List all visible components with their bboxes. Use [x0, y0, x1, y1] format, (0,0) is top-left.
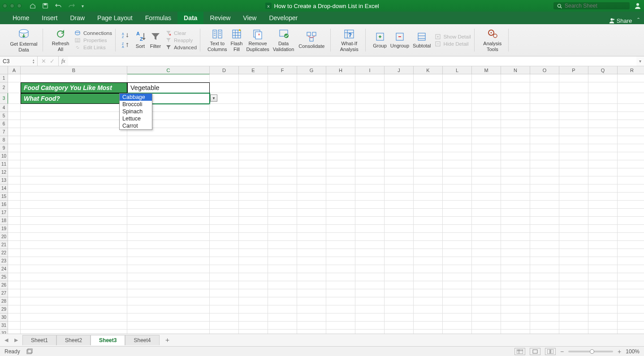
text-to-columns-button[interactable]: Text to Columns	[206, 28, 229, 52]
cell-L20[interactable]	[443, 233, 472, 241]
cell-D25[interactable]	[210, 273, 239, 281]
cell-O29[interactable]	[530, 305, 559, 313]
cell-K16[interactable]	[414, 201, 443, 209]
cell-D19[interactable]	[210, 225, 239, 233]
cell-Q13[interactable]	[588, 176, 618, 184]
cell-Q29[interactable]	[588, 305, 618, 313]
row-header-8[interactable]: 8	[0, 136, 8, 144]
cell-F7[interactable]	[268, 128, 297, 136]
cell-J1[interactable]	[385, 74, 414, 82]
cell-E14[interactable]	[239, 184, 268, 193]
cell-F23[interactable]	[268, 257, 297, 265]
cell-L24[interactable]	[443, 265, 472, 273]
cell-Q7[interactable]	[588, 128, 618, 136]
cell-M21[interactable]	[472, 241, 501, 249]
dropdown-option[interactable]: Cabbage	[120, 94, 152, 101]
cell-C9[interactable]	[127, 144, 210, 152]
home-icon[interactable]	[30, 3, 36, 9]
cell-E30[interactable]	[239, 313, 268, 322]
cell-L18[interactable]	[443, 217, 472, 225]
cell-L10[interactable]	[443, 152, 472, 160]
cell-F21[interactable]	[268, 241, 297, 249]
cell-R8[interactable]	[618, 136, 644, 144]
cell-N2[interactable]	[501, 82, 530, 93]
tab-draw[interactable]: Draw	[64, 12, 91, 24]
cell-M10[interactable]	[472, 152, 501, 160]
cell-P9[interactable]	[559, 144, 588, 152]
cell-F5[interactable]	[268, 112, 297, 120]
dropdown-option[interactable]: Broccoli	[120, 101, 152, 108]
cell-Q19[interactable]	[588, 225, 618, 233]
cell-I4[interactable]	[355, 104, 385, 112]
cell-N10[interactable]	[501, 152, 530, 160]
cell-B30[interactable]	[21, 313, 127, 322]
row-header-29[interactable]: 29	[0, 305, 8, 313]
cell-A16[interactable]	[8, 201, 21, 209]
cell-C12[interactable]	[127, 168, 210, 176]
cell-C8[interactable]	[127, 136, 210, 144]
cell-K20[interactable]	[414, 233, 443, 241]
cell-L2[interactable]	[443, 82, 472, 93]
cell-I25[interactable]	[355, 273, 385, 281]
cell-H6[interactable]	[326, 120, 355, 128]
cell-N7[interactable]	[501, 128, 530, 136]
cell-E25[interactable]	[239, 273, 268, 281]
cell-F3[interactable]	[268, 93, 297, 104]
cell-C10[interactable]	[127, 152, 210, 160]
sheet-tab-sheet1[interactable]: Sheet1	[22, 335, 56, 345]
cell-B14[interactable]	[21, 184, 127, 193]
cell-A19[interactable]	[8, 225, 21, 233]
cell-B7[interactable]	[21, 128, 127, 136]
cell-B6[interactable]	[21, 120, 127, 128]
cell-B2[interactable]: Food Category You Like Most	[21, 82, 127, 93]
cell-Q3[interactable]	[588, 93, 618, 104]
cell-C27[interactable]	[127, 289, 210, 297]
cell-E17[interactable]	[239, 209, 268, 217]
formula-input[interactable]	[68, 56, 636, 66]
cell-H15[interactable]	[326, 193, 355, 201]
cell-M11[interactable]	[472, 160, 501, 168]
cell-C13[interactable]	[127, 176, 210, 184]
cell-O20[interactable]	[530, 233, 559, 241]
cell-G2[interactable]	[297, 82, 326, 93]
row-header-21[interactable]: 21	[0, 241, 8, 249]
cell-R12[interactable]	[618, 168, 644, 176]
cell-D10[interactable]	[210, 152, 239, 160]
cell-I29[interactable]	[355, 305, 385, 313]
row-header-18[interactable]: 18	[0, 217, 8, 225]
cell-I8[interactable]	[355, 136, 385, 144]
cell-D18[interactable]	[210, 217, 239, 225]
cell-O27[interactable]	[530, 289, 559, 297]
cell-G23[interactable]	[297, 257, 326, 265]
cell-G17[interactable]	[297, 209, 326, 217]
cell-O10[interactable]	[530, 152, 559, 160]
cell-E4[interactable]	[239, 104, 268, 112]
cell-K29[interactable]	[414, 305, 443, 313]
cell-B1[interactable]	[21, 74, 127, 82]
row-header-11[interactable]: 11	[0, 160, 8, 168]
cell-L13[interactable]	[443, 176, 472, 184]
cell-A4[interactable]	[8, 104, 21, 112]
cell-J24[interactable]	[385, 265, 414, 273]
subtotal-button[interactable]: Subtotal	[411, 31, 432, 49]
cell-C20[interactable]	[127, 233, 210, 241]
column-header-D[interactable]: D	[210, 66, 239, 74]
cell-I26[interactable]	[355, 281, 385, 289]
undo-icon[interactable]	[55, 3, 62, 9]
cell-F24[interactable]	[268, 265, 297, 273]
cell-O19[interactable]	[530, 225, 559, 233]
cell-A18[interactable]	[8, 217, 21, 225]
cell-I6[interactable]	[355, 120, 385, 128]
cell-D13[interactable]	[210, 176, 239, 184]
cell-F28[interactable]	[268, 297, 297, 305]
cell-O21[interactable]	[530, 241, 559, 249]
cell-R5[interactable]	[618, 112, 644, 120]
cell-C11[interactable]	[127, 160, 210, 168]
cell-J4[interactable]	[385, 104, 414, 112]
cell-E24[interactable]	[239, 265, 268, 273]
cell-I16[interactable]	[355, 201, 385, 209]
cell-G28[interactable]	[297, 297, 326, 305]
cell-N27[interactable]	[501, 289, 530, 297]
cell-E10[interactable]	[239, 152, 268, 160]
cell-J22[interactable]	[385, 249, 414, 257]
